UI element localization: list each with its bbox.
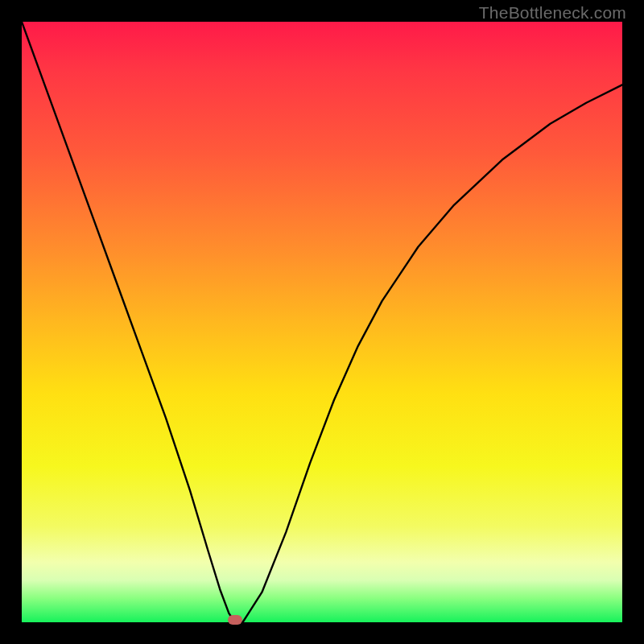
optimal-point-marker (228, 615, 242, 625)
chart-curve-svg (22, 22, 622, 622)
bottleneck-curve-path (22, 22, 622, 622)
chart-frame (22, 22, 622, 622)
watermark-text: TheBottleneck.com (479, 3, 626, 23)
